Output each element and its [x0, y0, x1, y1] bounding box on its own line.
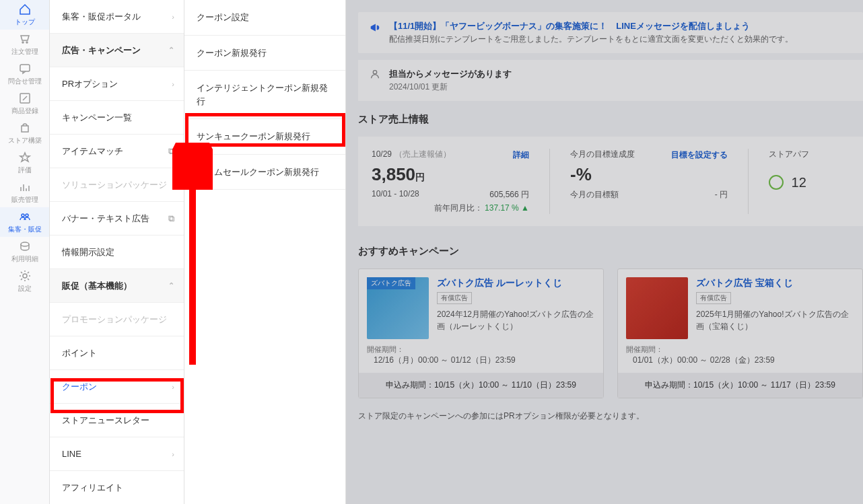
menu-line[interactable]: LINE ›: [50, 437, 184, 471]
menu-affiliate[interactable]: アフィリエイト: [50, 471, 184, 504]
menu-item-match[interactable]: アイテムマッチ ⧉: [50, 135, 184, 168]
group-icon: [18, 210, 32, 223]
menu-label: 広告・キャンペーン: [62, 44, 141, 57]
staff-msg-date: 2024/10/01 更新: [389, 81, 512, 93]
sidebar-label: 利用明細: [11, 254, 38, 264]
menu-label: プロモーションパッケージ: [62, 314, 167, 326]
goal-pct: -%: [570, 164, 592, 184]
menu-label: 情報開示設定: [62, 246, 114, 258]
sidebar-label: 評価: [18, 166, 32, 175]
annotation-box-thankyou: [185, 113, 345, 147]
smile-icon: [769, 175, 784, 190]
menu-promo-header[interactable]: 販促（基本機能） ⌃: [50, 269, 184, 303]
goal-set-link[interactable]: 目標を設定する: [671, 149, 728, 161]
sales-range: 10/01 - 10/28: [372, 189, 419, 199]
sidebar-item-review[interactable]: 評価: [0, 148, 49, 178]
sales-range-amount: 605,566 円: [489, 189, 529, 201]
annotation-arrow: [172, 143, 213, 371]
menu-label: 集客・販促ポータル: [62, 11, 141, 23]
campaign-desc: 2025年1月開催のYahoo!ズバトク広告の企画（宝箱くじ）: [696, 308, 854, 332]
submenu-label: インテリジェントクーポン新規発行: [197, 83, 328, 106]
sidebar-item-settings[interactable]: 設定: [0, 266, 49, 296]
menu-label: 販促（基本機能）: [62, 280, 132, 292]
menu-label: ソリューションパッケージ: [62, 179, 167, 191]
home-icon: [18, 3, 32, 16]
campaign-title: ズバトク広告 宝箱くじ: [696, 277, 854, 289]
annotation-box-coupon: [50, 378, 184, 413]
chat-icon: [18, 62, 32, 75]
svg-point-2: [22, 214, 24, 217]
sales-heading: ストア売上情報: [358, 113, 863, 126]
sidebar-item-billing[interactable]: 利用明細: [0, 237, 49, 266]
sidebar-label: 問合せ管理: [8, 77, 42, 86]
cart-icon: [18, 32, 32, 46]
sidebar-item-inquiry[interactable]: 問合せ管理: [0, 59, 49, 89]
sales-date: 10/29: [372, 149, 392, 159]
svg-point-6: [373, 71, 376, 74]
campaign-image: [626, 277, 688, 339]
campaign-apply: 申込み期間：10/15（火）10:00 ～ 11/17（日）23:59: [618, 373, 862, 398]
sidebar-item-top[interactable]: トップ: [0, 0, 49, 30]
campaign-card[interactable]: ズバトク広告 宝箱くじ 有償広告 2025年1月開催のYahoo!ズバトク広告の…: [617, 268, 863, 398]
campaign-tag: ズバトク広告: [367, 277, 415, 289]
coupon-intelligent-new[interactable]: インテリジェントクーポン新規発行: [184, 71, 345, 119]
sidebar-label: トップ: [15, 17, 35, 27]
campaign-card[interactable]: ズバトク広告 ズバトク広告 ルーレットくじ 有償広告 2024年12月開催のYa…: [358, 268, 604, 398]
gear-icon: [18, 269, 32, 283]
sales-date-note: （売上速報値）: [394, 149, 451, 159]
submenu-label: クーポン設定: [197, 12, 249, 22]
campaign-heading: おすすめキャンペーン: [358, 245, 863, 258]
menu-point[interactable]: ポイント: [50, 336, 184, 370]
goal-amt-label: 今月の目標額: [570, 190, 619, 199]
menu-campaign-header[interactable]: 広告・キャンペーン ⌃: [50, 34, 184, 67]
menu-panel: 集客・販促ポータル › 広告・キャンペーン ⌃ PRオプション › キャンペーン…: [50, 0, 184, 504]
goal-label: 今月の目標達成度: [570, 149, 728, 160]
sidebar-label: 注文管理: [11, 47, 38, 57]
coupon-settings[interactable]: クーポン設定: [184, 0, 345, 36]
sidebar-label: 商品登録: [11, 106, 38, 116]
sidebar-item-order[interactable]: 注文管理: [0, 30, 49, 59]
megaphone-icon: [369, 22, 381, 36]
chevron-up-icon: ⌃: [168, 46, 174, 55]
sales-amount: 3,850: [372, 164, 415, 184]
sales-detail-link[interactable]: 詳細: [513, 149, 529, 161]
sidebar-label: 集客・販促: [8, 225, 42, 234]
main-content: 【11/1開始】「ヤフービッグボーナス」の集客施策に！ LINEメッセージを配信…: [346, 0, 863, 504]
yoy-label: 前年同月比：: [434, 203, 483, 213]
submenu-label: タイムセールクーポン新規発行: [197, 167, 319, 177]
menu-solution-pkg[interactable]: ソリューションパッケージ: [50, 168, 184, 202]
sidebar-item-register[interactable]: 商品登録: [0, 89, 49, 118]
edit-icon: [18, 92, 32, 105]
campaign-badge: 有償広告: [696, 292, 731, 304]
store-score: 12: [792, 175, 806, 190]
staff-message[interactable]: 担当からメッセージがあります 2024/10/01 更新: [358, 60, 863, 101]
menu-label: キャンペーン一覧: [62, 112, 132, 124]
coupon-new[interactable]: クーポン新規発行: [184, 36, 345, 71]
campaign-period-label: 開催期間：: [626, 345, 854, 355]
menu-portal[interactable]: 集客・販促ポータル ›: [50, 0, 184, 34]
sidebar-label: ストア構築: [8, 136, 42, 145]
menu-campaign-list[interactable]: キャンペーン一覧: [50, 101, 184, 135]
chevron-right-icon: ›: [172, 13, 174, 21]
campaign-title: ズバトク広告 ルーレットくじ: [437, 277, 595, 289]
sidebar-label: 販売管理: [11, 195, 38, 205]
svg-rect-0: [20, 65, 30, 71]
sidebar-item-sales[interactable]: 販売管理: [0, 178, 49, 207]
menu-label: PRオプション: [62, 78, 118, 90]
star-icon: [18, 151, 32, 164]
sidebar-item-store[interactable]: ストア構築: [0, 118, 49, 148]
menu-label: バナー・テキスト広告: [62, 213, 149, 225]
menu-pr-option[interactable]: PRオプション ›: [50, 67, 184, 101]
staff-msg-title: 担当からメッセージがあります: [389, 68, 512, 80]
menu-promo-pkg[interactable]: プロモーションパッケージ: [50, 303, 184, 336]
menu-label: LINE: [62, 449, 81, 459]
menu-label: アイテムマッチ: [62, 145, 123, 157]
menu-label: ポイント: [62, 347, 97, 359]
sidebar-item-marketing[interactable]: 集客・販促: [0, 207, 49, 237]
menu-disclosure[interactable]: 情報開示設定: [50, 236, 184, 269]
notice-desc: 配信推奨日別にテンプレートをご用意しました。テンプレートをもとに適宜文面を変更い…: [389, 34, 793, 45]
notice-banner[interactable]: 【11/1開始】「ヤフービッグボーナス」の集客施策に！ LINEメッセージを配信…: [358, 12, 863, 53]
sales-panel: 10/29 （売上速報値） 3,850円 詳細 10/01 - 10/28 60…: [358, 137, 863, 226]
campaign-apply: 申込み期間：10/15（火）10:00 ～ 11/10（日）23:59: [359, 373, 603, 398]
menu-banner-ad[interactable]: バナー・テキスト広告 ⧉: [50, 202, 184, 236]
